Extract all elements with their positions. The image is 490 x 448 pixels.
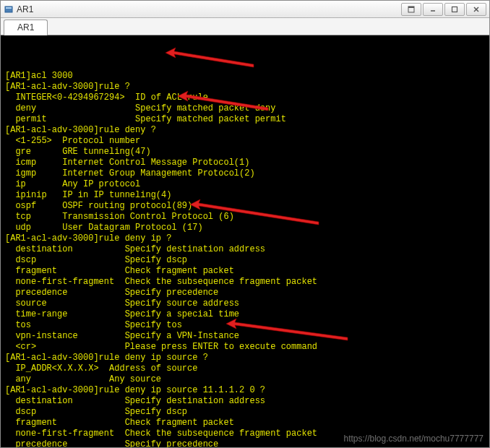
terminal-line: ip Any IP protocol (5, 179, 485, 190)
terminal-line: <1-255> Protocol number (5, 136, 485, 147)
terminal-line: ospf OSPF routing protocol(89) (5, 201, 485, 212)
terminal-line: deny Specify matched packet deny (5, 103, 485, 114)
watermark-text: https://blog.csdn.net/mochu7777777 (344, 434, 483, 444)
terminal-line: tos Specify tos (5, 320, 485, 331)
maximize-button[interactable] (444, 3, 465, 16)
terminal-line: dscp Specify dscp (5, 255, 485, 266)
tab-bar: AR1 (1, 18, 489, 35)
terminal-line: gre GRE tunneling(47) (5, 147, 485, 158)
terminal-line: <cr> Please press ENTER to execute comma… (5, 342, 485, 353)
terminal-line: igmp Internet Group Management Protocol(… (5, 168, 485, 179)
terminal-line: [AR1]acl 3000 (5, 71, 485, 82)
tab-ar1[interactable]: AR1 (4, 20, 48, 35)
terminal-line: [AR1-acl-adv-3000]rule deny ip ? (5, 233, 485, 244)
app-window: AR1 AR1 [AR1]acl 3000[AR1-acl-adv-3000]r… (0, 0, 490, 448)
terminal-line: precedence Specify precedence (5, 288, 485, 298)
titlebar-left: AR1 (4, 4, 33, 14)
terminal-line: [AR1-acl-adv-3000]rule ? (5, 82, 485, 92)
terminal-output[interactable]: [AR1]acl 3000[AR1-acl-adv-3000]rule ? IN… (1, 35, 489, 447)
terminal-line: destination Specify destination address (5, 396, 485, 407)
svg-marker-8 (166, 48, 254, 67)
extra-button[interactable] (401, 3, 421, 16)
terminal-line: udp User Datagram Protocol (17) (5, 223, 485, 233)
terminal-line: ipinip IP in IP tunneling(4) (5, 190, 485, 201)
terminal-line: INTEGER<0-4294967294> ID of ACL rule (5, 92, 485, 103)
terminal-line: [AR1-acl-adv-3000]rule deny ? (5, 125, 485, 136)
window-titlebar[interactable]: AR1 (1, 1, 489, 18)
annotation-arrow (158, 46, 261, 73)
window-title: AR1 (17, 4, 33, 14)
minimize-button[interactable] (423, 3, 443, 16)
close-button[interactable] (466, 3, 486, 16)
svg-rect-5 (452, 7, 457, 12)
svg-rect-1 (6, 7, 12, 9)
terminal-line: destination Specify destination address (5, 244, 485, 255)
terminal-line: any Any source (5, 374, 485, 385)
terminal-line: source Specify source address (5, 298, 485, 309)
window-buttons (401, 3, 486, 16)
terminal-line: [AR1-acl-adv-3000]rule deny ip source 11… (5, 385, 485, 396)
terminal-line: time-range Specify a special time (5, 309, 485, 320)
terminal-line: [AR1-acl-adv-3000]rule deny ip source ? (5, 353, 485, 363)
terminal-line: tcp Transmission Control Protocol (6) (5, 212, 485, 223)
terminal-line: icmp Internet Control Message Protocol(1… (5, 158, 485, 168)
terminal-line: fragment Check fragment packet (5, 266, 485, 277)
terminal-line: fragment Check fragment packet (5, 418, 485, 428)
terminal-line: dscp Specify dscp (5, 407, 485, 418)
svg-rect-3 (408, 7, 414, 8)
terminal-line: permit Specify matched packet permit (5, 114, 485, 125)
app-icon (4, 4, 14, 14)
terminal-line: none-first-fragment Check the subsequenc… (5, 277, 485, 288)
terminal-line: IP_ADDR<X.X.X.X> Address of source (5, 363, 485, 374)
terminal-line: vpn-instance Specify a VPN-Instance (5, 331, 485, 342)
